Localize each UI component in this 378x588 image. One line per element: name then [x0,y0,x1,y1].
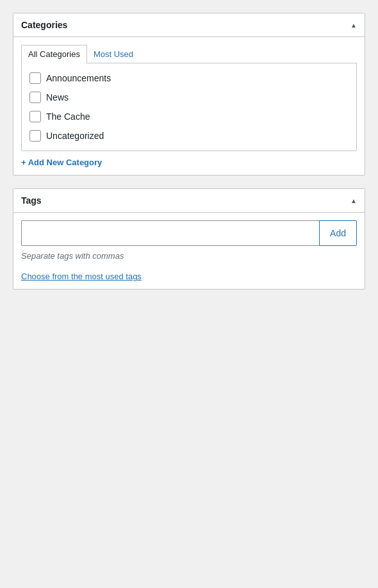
tags-body: Add Separate tags with commas Choose fro… [13,213,365,289]
list-item: The Cache [29,107,349,126]
categories-body: All Categories Most Used AnnouncementsNe… [13,37,365,175]
tags-add-button[interactable]: Add [319,220,357,246]
list-item: News [29,88,349,107]
tags-title: Tags [21,195,42,206]
category-checkbox-uncategorized[interactable] [29,130,41,142]
category-label-the-cache[interactable]: The Cache [46,111,90,122]
category-checkbox-announcements[interactable] [29,72,41,84]
tags-panel: Tags ▲ Add Separate tags with commas Cho… [13,188,365,290]
tags-input-row: Add [21,220,357,246]
category-label-news[interactable]: News [46,92,69,102]
categories-title: Categories [21,20,67,30]
tab-all-categories[interactable]: All Categories [21,45,87,63]
tags-hint: Separate tags with commas [21,251,357,261]
tab-most-used[interactable]: Most Used [87,45,140,63]
tags-input[interactable] [21,220,319,246]
categories-collapse-icon[interactable]: ▲ [350,22,357,29]
category-checkbox-news[interactable] [29,92,41,103]
list-item: Announcements [29,69,349,88]
add-new-category-link[interactable]: + Add New Category [21,158,102,167]
tags-collapse-icon[interactable]: ▲ [350,197,357,204]
categories-header: Categories ▲ [13,13,365,37]
category-label-uncategorized[interactable]: Uncategorized [46,131,104,141]
list-item: Uncategorized [29,126,349,145]
choose-tags-link[interactable]: Choose from the most used tags [21,272,142,281]
category-checkbox-the-cache[interactable] [29,111,41,122]
categories-panel: Categories ▲ All Categories Most Used An… [13,13,365,176]
category-label-announcements[interactable]: Announcements [46,73,111,83]
categories-list: AnnouncementsNewsThe CacheUncategorized [21,63,357,151]
categories-tabs: All Categories Most Used [21,45,357,63]
tags-header: Tags ▲ [13,189,365,213]
